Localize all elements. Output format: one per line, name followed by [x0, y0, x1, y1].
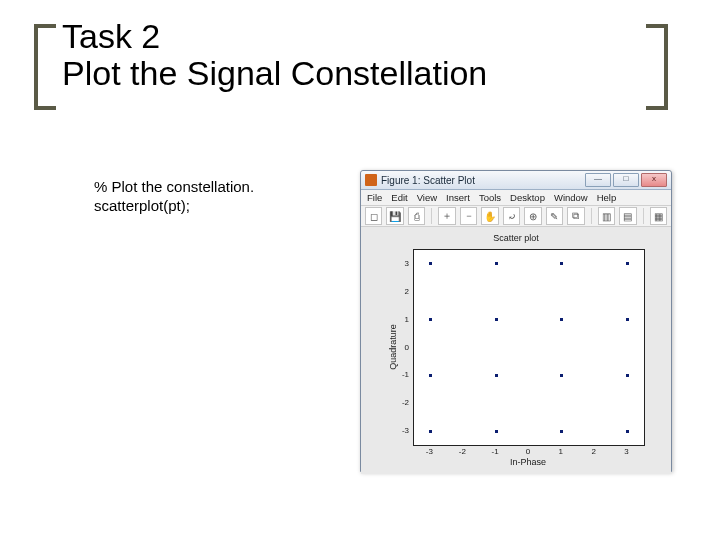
axes[interactable]: [413, 249, 645, 446]
print-icon[interactable]: ⎙: [408, 207, 425, 225]
scatter-point: [429, 374, 432, 377]
slide-title: Task 2 Plot the Signal Constellation: [62, 18, 487, 93]
matlab-icon: [365, 174, 377, 186]
menu-tools[interactable]: Tools: [479, 190, 501, 205]
y-tick-label: 0: [393, 342, 409, 351]
x-axis-label: In-Phase: [413, 457, 643, 467]
zoom-out-icon[interactable]: －: [460, 207, 477, 225]
scatter-point: [560, 262, 563, 265]
menu-insert[interactable]: Insert: [446, 190, 470, 205]
tool-bar: ◻ 💾 ⎙ ＋ － ✋ ⤾ ⊕ ✎ ⧉ ▥ ▤ ▦: [361, 206, 671, 227]
y-tick-label: -2: [393, 398, 409, 407]
data-cursor-icon[interactable]: ⊕: [524, 207, 541, 225]
maximize-button[interactable]: □: [613, 173, 639, 187]
scatter-point: [560, 374, 563, 377]
menu-window[interactable]: Window: [554, 190, 588, 205]
title-line-1: Task 2: [62, 17, 160, 55]
plot-title: Scatter plot: [361, 233, 671, 243]
figure-window: Figure 1: Scatter Plot — □ x File Edit V…: [360, 170, 672, 472]
scatter-point: [626, 430, 629, 433]
window-titlebar[interactable]: Figure 1: Scatter Plot — □ x: [361, 171, 671, 190]
y-tick-label: 1: [393, 314, 409, 323]
new-figure-icon[interactable]: ◻: [365, 207, 382, 225]
toolbar-sep: [591, 208, 592, 224]
menu-help[interactable]: Help: [597, 190, 617, 205]
scatter-point: [560, 318, 563, 321]
brush-icon[interactable]: ✎: [546, 207, 563, 225]
minimize-button[interactable]: —: [585, 173, 611, 187]
menu-desktop[interactable]: Desktop: [510, 190, 545, 205]
code-line-1: % Plot the constellation.: [94, 178, 254, 197]
code-snippet: % Plot the constellation. scatterplot(pt…: [94, 178, 254, 216]
scatter-point: [495, 318, 498, 321]
scatter-point: [495, 374, 498, 377]
x-tick-label: 2: [591, 447, 595, 456]
scatter-point: [495, 430, 498, 433]
x-tick-label: -2: [459, 447, 466, 456]
rotate-icon[interactable]: ⤾: [503, 207, 520, 225]
insert-colorbar-icon[interactable]: ▥: [598, 207, 615, 225]
x-tick-label: 3: [624, 447, 628, 456]
y-tick-label: -1: [393, 370, 409, 379]
window-caption: Figure 1: Scatter Plot: [381, 175, 475, 186]
scatter-point: [429, 262, 432, 265]
insert-legend-icon[interactable]: ▤: [619, 207, 636, 225]
y-tick-label: 2: [393, 286, 409, 295]
scatter-point: [626, 318, 629, 321]
plot-area: Scatter plot Quadrature In-Phase -3-2-10…: [361, 227, 671, 474]
close-button[interactable]: x: [641, 173, 667, 187]
link-icon[interactable]: ⧉: [567, 207, 584, 225]
title-line-2: Plot the Signal Constellation: [62, 54, 487, 92]
pan-icon[interactable]: ✋: [481, 207, 498, 225]
menu-bar: File Edit View Insert Tools Desktop Wind…: [361, 190, 671, 206]
title-bracket-right: [646, 24, 668, 110]
x-tick-label: 0: [526, 447, 530, 456]
code-line-2: scatterplot(pt);: [94, 197, 254, 216]
x-tick-label: 1: [559, 447, 563, 456]
x-tick-label: -3: [426, 447, 433, 456]
plot-tools-icon[interactable]: ▦: [650, 207, 667, 225]
menu-edit[interactable]: Edit: [391, 190, 407, 205]
toolbar-sep: [643, 208, 644, 224]
x-tick-label: -1: [492, 447, 499, 456]
scatter-point: [429, 430, 432, 433]
y-tick-label: 3: [393, 258, 409, 267]
scatter-point: [626, 262, 629, 265]
menu-file[interactable]: File: [367, 190, 382, 205]
scatter-point: [429, 318, 432, 321]
title-bracket-left: [34, 24, 56, 110]
scatter-point: [495, 262, 498, 265]
toolbar-sep: [431, 208, 432, 224]
scatter-point: [560, 430, 563, 433]
menu-view[interactable]: View: [417, 190, 437, 205]
save-icon[interactable]: 💾: [386, 207, 403, 225]
zoom-in-icon[interactable]: ＋: [438, 207, 455, 225]
scatter-point: [626, 374, 629, 377]
y-tick-label: -3: [393, 426, 409, 435]
